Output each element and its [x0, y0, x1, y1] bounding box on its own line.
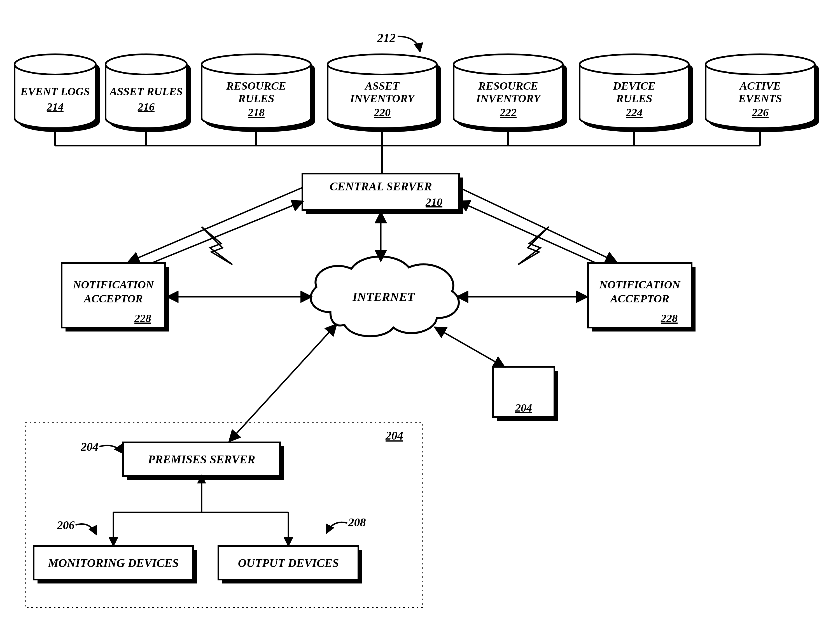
- small-204-box: 204: [493, 367, 558, 421]
- central-server-label: CENTRAL SERVER: [330, 180, 432, 193]
- small-204-refnum: 204: [515, 401, 532, 414]
- svg-line-90: [459, 202, 597, 263]
- database-row: EVENT LOGS 214 ASSET RULES 216 R: [14, 54, 819, 132]
- svg-point-31: [328, 54, 437, 74]
- notification-acceptor-right: NOTIFICATION ACCEPTOR 228: [588, 263, 696, 332]
- db-refnum: 218: [248, 106, 265, 119]
- db-resource-inventory: RESOURCE INVENTORY 222: [453, 54, 567, 132]
- db-label-line1: DEVICE: [613, 79, 655, 92]
- svg-point-23: [202, 54, 311, 74]
- svg-point-47: [579, 54, 689, 74]
- cloud-label: INTERNET: [352, 290, 415, 304]
- db-label-line2: EVENTS: [738, 92, 782, 105]
- db-active-events: ACTIVE EVENTS 226: [706, 54, 819, 132]
- db-label-line1: ACTIVE: [739, 79, 781, 92]
- db-label-line1: RESOURCE: [478, 79, 538, 92]
- monitoring-devices-box: MONITORING DEVICES: [33, 546, 197, 583]
- db-label-line2: INVENTORY: [476, 92, 541, 105]
- lightning-icon: [518, 227, 549, 265]
- svg-point-7: [14, 54, 96, 74]
- central-server-refnum: 210: [425, 196, 442, 208]
- svg-point-39: [453, 54, 563, 74]
- db-label-line1: ASSET: [364, 79, 400, 92]
- notif-left-refnum: 228: [134, 312, 151, 324]
- db-label-line1: RESOURCE: [226, 79, 286, 92]
- db-refnum: 224: [625, 106, 643, 119]
- db-refnum: 216: [137, 101, 155, 113]
- db-bus: [55, 128, 760, 174]
- premises-group-refnum: 204: [385, 429, 403, 442]
- svg-text:212: 212: [377, 31, 396, 45]
- svg-line-88: [151, 202, 302, 263]
- svg-point-15: [106, 54, 187, 74]
- callout-204-left: 204: [81, 441, 99, 453]
- premises-group: 204 204 PREMISES SERVER 206 208 MONITORI…: [25, 423, 423, 608]
- db-refnum: 220: [374, 106, 391, 119]
- db-device-rules: DEVICE RULES 224: [579, 54, 693, 132]
- db-resource-rules: RESOURCE RULES 218: [202, 54, 315, 132]
- svg-line-93: [436, 328, 504, 367]
- db-asset-inventory: ASSET INVENTORY 220: [328, 54, 441, 132]
- db-label-line2: RULES: [238, 92, 275, 105]
- svg-line-94: [230, 325, 336, 441]
- db-label: ASSET RULES: [109, 85, 183, 98]
- db-label-line2: INVENTORY: [350, 92, 415, 105]
- notif-left-label-1: NOTIFICATION: [73, 278, 155, 291]
- notification-acceptor-left: NOTIFICATION ACCEPTOR 228: [62, 263, 169, 332]
- diagram-canvas: EVENT LOGS 214 ASSET RULES 216 R: [0, 0, 840, 635]
- notif-left-label-2: ACCEPTOR: [83, 292, 143, 305]
- output-devices-box: OUTPUT DEVICES: [218, 546, 362, 583]
- output-label: OUTPUT DEVICES: [238, 557, 339, 569]
- db-label-line2: RULES: [616, 92, 652, 105]
- callout-212: 212: [377, 31, 420, 52]
- db-refnum: 226: [752, 106, 769, 119]
- notif-right-label-1: NOTIFICATION: [599, 278, 681, 291]
- central-server-box: CENTRAL SERVER 210: [302, 174, 463, 214]
- notif-right-label-2: ACCEPTOR: [609, 292, 669, 305]
- db-refnum: 214: [46, 101, 63, 113]
- db-label: EVENT LOGS: [20, 85, 90, 98]
- db-event-logs: EVENT LOGS 214: [14, 54, 99, 132]
- db-refnum: 222: [499, 106, 516, 119]
- callout-206: 206: [57, 519, 75, 532]
- callout-208: 208: [348, 516, 366, 529]
- notif-right-refnum: 228: [660, 312, 677, 324]
- premises-server-box: PREMISES SERVER: [123, 442, 284, 480]
- internet-cloud: INTERNET: [311, 256, 459, 336]
- premises-server-label: PREMISES SERVER: [148, 453, 255, 466]
- svg-point-55: [706, 54, 815, 74]
- monitoring-label: MONITORING DEVICES: [47, 557, 178, 569]
- db-asset-rules: ASSET RULES 216: [106, 54, 191, 132]
